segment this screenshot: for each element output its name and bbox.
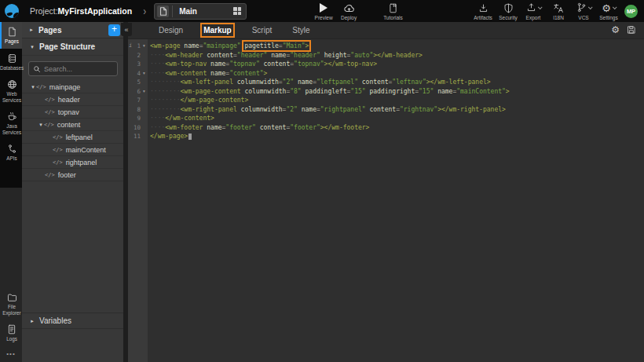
rail-item-label: APIs xyxy=(6,155,16,162)
code-line[interactable]: 6▾········<wm-page-content columnwidth="… xyxy=(128,87,644,97)
rail-item-label: Logs xyxy=(6,336,17,342)
page-structure-header[interactable]: ▾ Page Structure xyxy=(22,38,123,56)
rail-item-label: Databases xyxy=(0,65,24,71)
collapse-panel-button[interactable]: « xyxy=(121,23,132,36)
editor-actions: ⚙ xyxy=(611,24,636,38)
deploy-button[interactable]: Deploy xyxy=(338,1,360,22)
git-branch-icon xyxy=(576,2,587,13)
tree-item-label: footer xyxy=(58,171,76,179)
rail-item-databases[interactable]: Databases xyxy=(0,49,22,75)
artifacts-button[interactable]: Artifacts xyxy=(472,1,494,22)
code-line[interactable]: 5········<wm-left-panel columnwidth="2" … xyxy=(128,78,644,87)
expand-arrow-icon: ▾ xyxy=(38,122,44,128)
fold-arrow-icon[interactable]: ▾ xyxy=(141,87,148,97)
code-line[interactable]: 3····<wm-top-nav name="topnav" content="… xyxy=(128,60,644,69)
fold-arrow-icon[interactable]: ▾ xyxy=(141,69,148,79)
i18n-button[interactable]: I18N xyxy=(547,1,569,22)
tab-markup[interactable]: Markup xyxy=(193,22,242,38)
editor-area: « Design Markup Script Style ⚙ i1▾<wm-pa… xyxy=(128,22,644,362)
tree-item-maincontent[interactable]: </>mainContent xyxy=(22,144,123,156)
folder-icon xyxy=(7,293,17,302)
page-doc-icon xyxy=(157,5,169,17)
cloud-upload-icon xyxy=(343,3,355,13)
tree-item-topnav[interactable]: </>topnav xyxy=(22,106,123,119)
project-label: Project: xyxy=(30,6,58,16)
tutorials-label: Tutorials xyxy=(383,15,403,20)
rail-item-logs[interactable]: Logs xyxy=(0,320,22,346)
preview-label: Preview xyxy=(315,15,333,20)
editor-tabbar: « Design Markup Script Style ⚙ xyxy=(128,22,644,39)
rail-item-java-services[interactable]: Java Services xyxy=(0,107,22,139)
settings-button[interactable]: ⚙ Settings xyxy=(598,1,620,22)
tab-style[interactable]: Style xyxy=(282,22,320,38)
log-file-icon xyxy=(7,324,16,335)
rail-item-file-explorer[interactable]: File Explorer xyxy=(0,288,22,320)
code-icon: </> xyxy=(45,97,55,103)
rail-item-pages[interactable]: Pages xyxy=(0,22,22,49)
code-icon: </> xyxy=(53,159,63,166)
collapse-arrow-icon: ▸ xyxy=(29,318,35,324)
save-icon[interactable] xyxy=(627,24,636,38)
code-lines: i1▾<wm-page name="mainpage" pagetitle="M… xyxy=(128,42,644,141)
i18n-label: I18N xyxy=(553,15,564,20)
rail-item-apis[interactable]: APIs xyxy=(0,139,22,166)
code-line[interactable]: 7········</wm-page-content> xyxy=(128,96,644,105)
text-cursor xyxy=(188,133,192,140)
pages-panel-header[interactable]: ▸ Pages + xyxy=(22,22,123,38)
tree-item-label: leftpanel xyxy=(66,133,93,141)
tree-item-rightpanel[interactable]: </>rightpanel xyxy=(22,156,123,169)
wavemaker-logo[interactable] xyxy=(0,0,24,22)
download-icon xyxy=(478,3,488,13)
tab-script[interactable]: Script xyxy=(242,22,283,38)
code-line[interactable]: 9····</wm-content> xyxy=(128,114,644,123)
user-avatar[interactable]: MP xyxy=(624,5,638,18)
page-structure-tree: ▾</>mainpage </>header </>topnav ▾</>con… xyxy=(22,81,123,181)
code-icon: </> xyxy=(45,172,55,178)
tree-item-footer[interactable]: </>footer xyxy=(22,169,123,181)
markup-settings-icon[interactable]: ⚙ xyxy=(611,25,620,35)
code-icon: </> xyxy=(36,84,46,90)
page-tab-main[interactable]: Main xyxy=(154,3,247,20)
expand-arrow-icon: ▾ xyxy=(29,44,35,50)
project-breadcrumb: Project:MyFirstApplication xyxy=(30,6,132,16)
fold-arrow-icon[interactable]: ▾ xyxy=(141,42,148,51)
security-button[interactable]: Security xyxy=(497,1,519,22)
database-icon xyxy=(7,53,17,64)
code-line[interactable]: 4▾····<wm-content name="content"> xyxy=(128,69,644,79)
code-icon: </> xyxy=(53,134,63,141)
code-line[interactable]: 8········<wm-right-panel columnwidth="2"… xyxy=(128,105,644,115)
code-line[interactable]: 10····<wm-footer name="footer" content="… xyxy=(128,123,644,133)
tab-design[interactable]: Design xyxy=(148,22,193,38)
tree-item-header[interactable]: </>header xyxy=(22,93,123,106)
shield-icon xyxy=(503,3,514,13)
collapse-arrow-icon: ▸ xyxy=(28,27,35,33)
code-line[interactable]: 2····<wm-header content="header" name="h… xyxy=(128,51,644,60)
search-icon xyxy=(33,65,41,73)
pages-panel: ▸ Pages + ▾ Page Structure ▾</>mainpage … xyxy=(22,22,123,362)
panel-empty-space xyxy=(22,329,123,362)
rail-item-web-services[interactable]: Web Services xyxy=(0,75,22,107)
project-name: MyFirstApplication xyxy=(58,6,133,16)
search-input[interactable] xyxy=(44,65,113,73)
chevron-down-icon xyxy=(613,5,617,9)
variables-section-header[interactable]: ▸ Variables xyxy=(22,313,123,329)
preview-button[interactable]: Preview xyxy=(313,1,335,22)
add-page-button[interactable]: + xyxy=(108,24,120,36)
code-icon: </> xyxy=(45,109,55,115)
code-line[interactable]: i1▾<wm-page name="mainpage" pagetitle="M… xyxy=(128,42,644,51)
chevron-down-icon xyxy=(537,5,542,9)
vcs-button[interactable]: VCS xyxy=(573,1,595,22)
tree-item-mainpage[interactable]: ▾</>mainpage xyxy=(22,81,123,93)
grid-icon[interactable] xyxy=(233,7,241,15)
code-line[interactable]: 11</wm-page> xyxy=(128,132,644,141)
annotation-highlight: pagetitle="Main"> xyxy=(244,42,309,49)
page-tab-label: Main xyxy=(173,7,233,16)
panel-empty-space xyxy=(22,181,123,313)
markup-code-editor[interactable]: i1▾<wm-page name="mainpage" pagetitle="M… xyxy=(128,39,644,362)
tree-item-content[interactable]: ▾</>content xyxy=(22,119,123,131)
export-button[interactable]: Export xyxy=(522,1,544,22)
rail-more-button[interactable]: ••• xyxy=(0,346,22,362)
upload-icon xyxy=(526,2,536,13)
tutorials-button[interactable]: Tutorials xyxy=(382,1,404,22)
tree-item-leftpanel[interactable]: </>leftpanel xyxy=(22,131,123,144)
